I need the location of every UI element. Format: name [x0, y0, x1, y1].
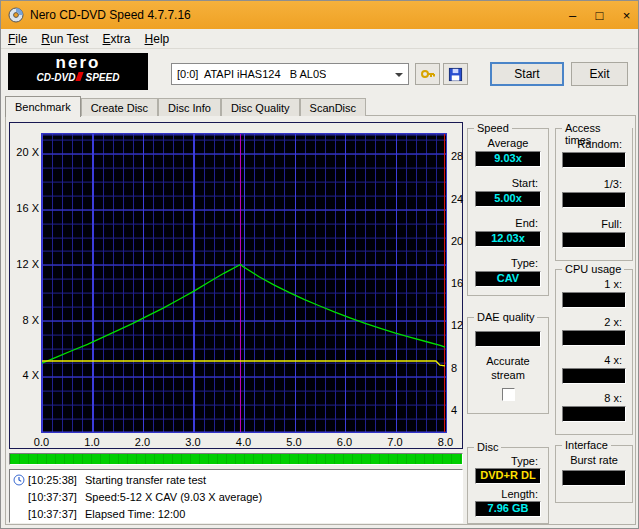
- menu-label: un Test: [50, 32, 88, 46]
- y-axis-tick-left: 8 X: [12, 314, 39, 326]
- log-text: Starting transfer rate test: [85, 474, 206, 486]
- accurate-stream-checkbox[interactable]: [502, 388, 515, 401]
- menu-label: R: [41, 32, 50, 46]
- accurate-stream-label: Accurate stream: [473, 354, 543, 382]
- type-value: CAV: [475, 271, 541, 287]
- menu-label: xtra: [111, 32, 131, 46]
- rotation-speed-curve: [42, 361, 445, 366]
- average-value: 9.03x: [475, 151, 541, 167]
- disc-panel: Disc Type: DVD+R DL Length: 7.96 GB: [467, 447, 549, 524]
- y-axis-tick-right: 4: [451, 404, 467, 416]
- random-access-label: Random:: [577, 138, 622, 150]
- start-value: 5.00x: [475, 191, 541, 207]
- y-axis-tick-left: 12 X: [12, 258, 39, 270]
- log-text: Elapsed Time: 12:00: [85, 508, 185, 520]
- cpu-1x-value: [562, 292, 626, 308]
- benchmark-chart: 20 X16 X12 X8 X4 X2824201612840.01.02.03…: [9, 122, 463, 449]
- cpu-usage-panel: CPU usage 1 x: 2 x: 4 x: 8 x:: [555, 269, 633, 435]
- y-axis-tick-right: 12: [451, 319, 467, 331]
- y-axis-tick-right: 16: [451, 277, 467, 289]
- tab-disc-info[interactable]: Disc Info: [158, 98, 221, 116]
- transfer-rate-curve: [42, 265, 445, 364]
- minimize-button[interactable]: –: [559, 1, 586, 29]
- exit-button[interactable]: Exit: [571, 62, 628, 86]
- floppy-icon: [448, 67, 463, 82]
- log-text: Speed:5-12 X CAV (9.03 X average): [85, 491, 262, 503]
- x-axis-tick: 1.0: [82, 436, 103, 448]
- disc-panel-title: Disc: [474, 441, 501, 453]
- disc-type-label: Type:: [511, 455, 538, 467]
- tab-benchmark[interactable]: Benchmark: [5, 96, 81, 117]
- menu-item-help[interactable]: Help: [138, 30, 177, 48]
- menu-label: elp: [153, 32, 169, 46]
- tab-scandisc[interactable]: ScanDisc: [300, 98, 366, 116]
- one-third-access-value: [562, 192, 626, 208]
- x-axis-tick: 3.0: [183, 436, 204, 448]
- plot-area: [41, 133, 447, 433]
- y-axis-tick-left: 16 X: [12, 202, 39, 214]
- speed-panel: Speed Average 9.03x Start: 5.00x End: 12…: [467, 128, 549, 296]
- menu-item-run-test[interactable]: Run Test: [34, 30, 95, 48]
- maximize-button[interactable]: □: [586, 1, 613, 29]
- window-title: Nero CD-DVD Speed 4.7.7.16: [30, 8, 191, 22]
- cpu-1x-label: 1 x:: [604, 278, 622, 290]
- x-axis-tick: 2.0: [132, 436, 153, 448]
- menu-item-extra[interactable]: Extra: [96, 30, 138, 48]
- x-axis-tick: 8.0: [435, 436, 456, 448]
- y-axis-tick-right: 20: [451, 235, 467, 247]
- random-access-value: [562, 152, 626, 168]
- tab-disc-quality[interactable]: Disc Quality: [221, 98, 300, 116]
- menu-item-file[interactable]: File: [1, 30, 34, 48]
- log-list[interactable]: [10:25:38] Starting transfer rate test […: [9, 469, 463, 523]
- cpu-4x-label: 4 x:: [604, 354, 622, 366]
- y-axis-tick-left: 20 X: [12, 146, 39, 158]
- cddvd-speed-logo-text: CD-DVDSPEED: [8, 71, 148, 84]
- title-bar: Nero CD-DVD Speed 4.7.7.16 – □ ×: [1, 1, 639, 29]
- log-row[interactable]: [10:25:38] Starting transfer rate test: [10, 471, 462, 488]
- disc-length-value: 7.96 GB: [475, 501, 541, 517]
- tab-strip: Benchmark Create Disc Disc Info Disc Qua…: [5, 95, 366, 116]
- y-axis-tick-right: 24: [451, 193, 467, 205]
- save-button[interactable]: [443, 63, 468, 85]
- logo-cddvd: CD-DVD: [37, 72, 76, 83]
- app-icon: [8, 7, 24, 23]
- y-axis-tick-right: 28: [451, 150, 467, 162]
- end-value: 12.03x: [475, 231, 541, 247]
- cpu-8x-value: [562, 406, 626, 422]
- disc-type-value: DVD+R DL: [475, 468, 541, 484]
- logo-speed: SPEED: [85, 72, 119, 83]
- burst-rate-label: Burst rate: [556, 454, 632, 466]
- app-window: Nero CD-DVD Speed 4.7.7.16 – □ × File Ru…: [0, 0, 639, 529]
- disc-length-label: Length:: [501, 488, 538, 500]
- cpu-panel-title: CPU usage: [562, 263, 624, 275]
- x-axis-tick: 4.0: [233, 436, 254, 448]
- log-row[interactable]: [10:37:37] Elapsed Time: 12:00: [10, 505, 462, 522]
- log-timestamp: [10:25:38]: [28, 474, 85, 486]
- full-access-value: [562, 232, 626, 248]
- x-axis-tick: 7.0: [385, 436, 406, 448]
- end-label: End:: [515, 217, 538, 229]
- cpu-2x-value: [562, 330, 626, 346]
- start-button[interactable]: Start: [490, 62, 564, 86]
- cpu-4x-value: [562, 368, 626, 384]
- y-axis-tick-left: 4 X: [12, 369, 39, 381]
- menu-label: ile: [15, 32, 27, 46]
- x-axis-tick: 5.0: [284, 436, 305, 448]
- log-row[interactable]: [10:37:37] Speed:5-12 X CAV (9.03 X aver…: [10, 488, 462, 505]
- dae-panel-title: DAE quality: [474, 311, 537, 323]
- key-button[interactable]: [415, 63, 440, 85]
- interface-panel: Interface Burst rate: [555, 445, 633, 503]
- key-icon: [420, 66, 436, 82]
- y-axis-tick-right: 8: [451, 362, 467, 374]
- drive-select[interactable]: [0:0] ATAPI iHAS124 B AL0S: [171, 63, 409, 85]
- close-button[interactable]: ×: [613, 1, 639, 29]
- interface-panel-title: Interface: [562, 439, 611, 451]
- plot-svg: [42, 134, 446, 432]
- tab-create-disc[interactable]: Create Disc: [81, 98, 158, 116]
- full-access-label: Full:: [601, 218, 622, 230]
- average-label: Average: [468, 137, 548, 149]
- menu-bar: File Run Test Extra Help: [1, 29, 639, 49]
- progress-bar: [9, 453, 463, 465]
- drive-select-value: [0:0] ATAPI iHAS124 B AL0S: [177, 68, 326, 80]
- burst-rate-value: [562, 470, 626, 486]
